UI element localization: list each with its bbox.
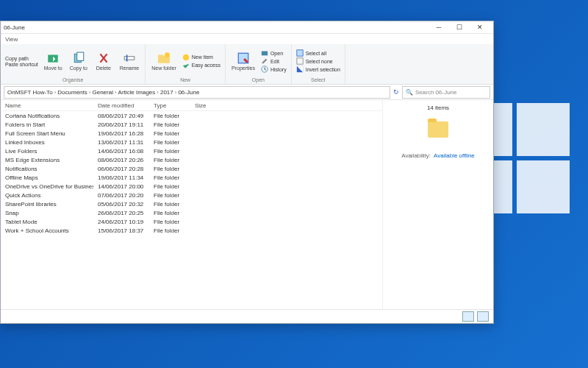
table-row[interactable]: Linked Inboxes13/06/2017 11:31File folde… (1, 138, 382, 146)
delete-button[interactable]: Delete (92, 46, 115, 77)
svg-rect-8 (297, 50, 303, 56)
group-select-label: Select (295, 77, 342, 82)
select-all-button[interactable]: Select all (295, 49, 342, 57)
availability-label: Availability: (401, 152, 431, 159)
copy-to-button[interactable]: Copy to (67, 46, 90, 77)
breadcrumb-segment[interactable]: Documents (57, 89, 87, 96)
breadcrumb[interactable]: OnMSFT How-To›Documents›General›Article … (4, 86, 390, 99)
table-row[interactable]: Snap26/06/2017 20:25File folder (1, 208, 382, 217)
table-row[interactable]: Full Screen Start Menu19/06/2017 16:28Fi… (1, 129, 382, 138)
maximize-button[interactable]: ☐ (449, 21, 470, 33)
svg-rect-2 (124, 56, 135, 60)
col-name[interactable]: Name (1, 102, 93, 109)
chevron-right-icon: › (54, 89, 57, 96)
address-bar-row: OnMSFT How-To›Documents›General›Article … (1, 85, 493, 100)
search-input[interactable]: 🔍Search 06-June (402, 86, 490, 99)
desktop: 06-June ─ ☐ ✕ View Copy path Paste short… (0, 0, 588, 368)
col-date[interactable]: Date modified (93, 102, 149, 109)
table-row[interactable]: OneDrive vs OneDrive for Business14/06/2… (1, 182, 382, 191)
ribbon-tabs: View (1, 34, 493, 44)
preview-pane: 14 items Availability: Available offline (382, 100, 493, 309)
edit-button[interactable]: Edit (259, 57, 288, 65)
table-row[interactable]: SharePoint libraries05/06/2017 20:32File… (1, 199, 382, 208)
svg-point-4 (165, 52, 170, 57)
new-item-button[interactable]: New item (181, 54, 222, 61)
table-row[interactable]: Folders in Start20/06/2017 19:11File fol… (1, 120, 382, 129)
window-title: 06-June (4, 24, 25, 31)
chevron-right-icon: › (89, 89, 91, 96)
invert-selection-button[interactable]: Invert selection (295, 66, 342, 73)
status-bar (1, 309, 493, 323)
new-folder-button[interactable]: New folder (148, 46, 179, 77)
group-organise-label: Organise (4, 77, 142, 82)
table-row[interactable]: Notifications06/06/2017 20:28File folder (1, 164, 382, 173)
select-none-button[interactable]: Select none (295, 57, 342, 65)
item-count: 14 items (427, 105, 449, 111)
group-open-label: Open (229, 77, 288, 82)
folder-icon (428, 121, 448, 138)
details-view-button[interactable] (462, 311, 474, 322)
svg-point-5 (183, 54, 189, 60)
history-button[interactable]: History (259, 66, 288, 73)
breadcrumb-segment[interactable]: Article Images (118, 89, 156, 96)
col-type[interactable]: Type (149, 102, 190, 109)
table-row[interactable]: Offline Maps19/06/2017 11:34File folder (1, 173, 382, 182)
breadcrumb-segment[interactable]: General (92, 89, 112, 96)
ribbon: Copy path Paste shortcut Move to Copy to… (1, 44, 493, 85)
chevron-right-icon: › (175, 89, 177, 96)
svg-rect-9 (297, 58, 303, 64)
titlebar[interactable]: 06-June ─ ☐ ✕ (1, 21, 493, 34)
ribbon-tab-view[interactable]: View (5, 36, 18, 43)
table-row[interactable]: Work + School Accounts15/06/2017 18:37Fi… (1, 226, 382, 235)
table-row[interactable]: Tablet Mode24/06/2017 10:19File folder (1, 217, 382, 226)
svg-rect-1 (76, 52, 83, 60)
close-button[interactable]: ✕ (470, 21, 490, 33)
easy-access-button[interactable]: Easy access (181, 62, 222, 69)
paste-shortcut-button[interactable]: Paste shortcut (4, 62, 40, 67)
copy-path-button[interactable]: Copy path (4, 56, 40, 61)
column-headers[interactable]: Name Date modified Type Size (1, 100, 382, 111)
col-size[interactable]: Size (190, 102, 224, 109)
minimize-button[interactable]: ─ (429, 21, 449, 33)
table-row[interactable]: Live Folders14/06/2017 16:08File folder (1, 146, 382, 155)
file-explorer-window: 06-June ─ ☐ ✕ View Copy path Paste short… (0, 21, 494, 324)
group-new-label: New (148, 77, 222, 82)
chevron-right-icon: › (115, 89, 117, 96)
table-row[interactable]: MS Edge Extensions08/06/2017 20:26File f… (1, 155, 382, 164)
file-list: Name Date modified Type Size Cortana Not… (1, 100, 382, 309)
breadcrumb-segment[interactable]: OnMSFT How-To (7, 89, 53, 96)
availability-value: Available offline (434, 152, 475, 159)
properties-button[interactable]: Properties (229, 46, 258, 77)
move-to-button[interactable]: Move to (41, 46, 65, 77)
breadcrumb-segment[interactable]: 2017 (160, 89, 173, 96)
chevron-right-icon: › (157, 89, 159, 96)
table-row[interactable]: Quick Actions07/06/2017 20:20File folder (1, 191, 382, 199)
rename-button[interactable]: Rename (117, 46, 142, 77)
refresh-icon[interactable]: ↻ (393, 88, 399, 96)
open-button[interactable]: Open (259, 49, 288, 57)
breadcrumb-segment[interactable]: 06-June (178, 89, 199, 96)
icons-view-button[interactable] (477, 311, 489, 322)
table-row[interactable]: Cortana Notifications08/06/2017 20:49Fil… (1, 111, 382, 120)
